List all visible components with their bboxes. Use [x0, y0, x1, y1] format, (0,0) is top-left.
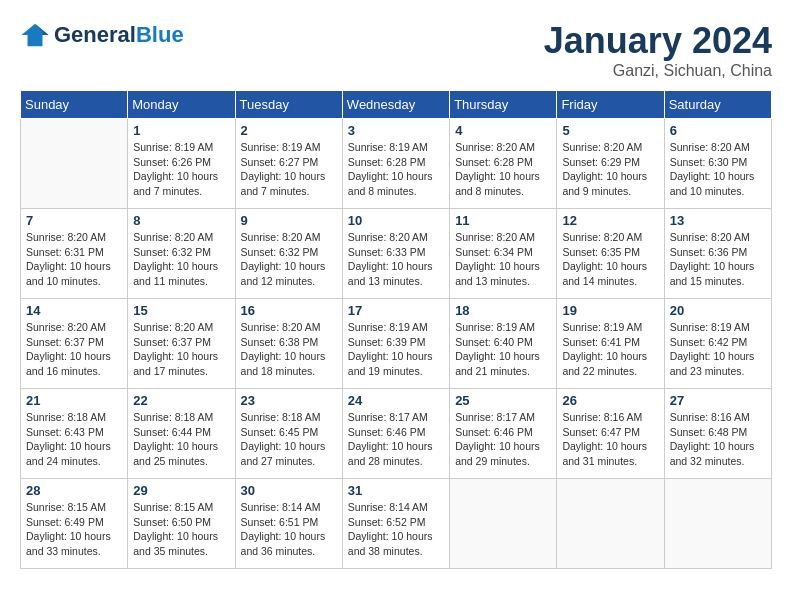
day-number: 30 [241, 483, 337, 498]
day-info: Sunrise: 8:20 AM Sunset: 6:30 PM Dayligh… [670, 140, 766, 199]
day-number: 12 [562, 213, 658, 228]
sunrise-text: Sunrise: 8:18 AM [241, 411, 321, 423]
day-number: 4 [455, 123, 551, 138]
logo-text: GeneralBlue [54, 22, 184, 48]
day-number: 24 [348, 393, 444, 408]
sunrise-text: Sunrise: 8:19 AM [241, 141, 321, 153]
day-info: Sunrise: 8:14 AM Sunset: 6:51 PM Dayligh… [241, 500, 337, 559]
table-row: 31 Sunrise: 8:14 AM Sunset: 6:52 PM Dayl… [342, 479, 449, 569]
sunrise-text: Sunrise: 8:20 AM [26, 231, 106, 243]
daylight-text: Daylight: 10 hours and 24 minutes. [26, 440, 111, 467]
day-number: 23 [241, 393, 337, 408]
sunrise-text: Sunrise: 8:20 AM [348, 231, 428, 243]
sunrise-text: Sunrise: 8:20 AM [26, 321, 106, 333]
table-row: 27 Sunrise: 8:16 AM Sunset: 6:48 PM Dayl… [664, 389, 771, 479]
table-row: 30 Sunrise: 8:14 AM Sunset: 6:51 PM Dayl… [235, 479, 342, 569]
day-info: Sunrise: 8:19 AM Sunset: 6:27 PM Dayligh… [241, 140, 337, 199]
sunset-text: Sunset: 6:30 PM [670, 156, 748, 168]
sunset-text: Sunset: 6:26 PM [133, 156, 211, 168]
table-row [557, 479, 664, 569]
sunrise-text: Sunrise: 8:17 AM [348, 411, 428, 423]
day-number: 29 [133, 483, 229, 498]
table-row: 4 Sunrise: 8:20 AM Sunset: 6:28 PM Dayli… [450, 119, 557, 209]
day-number: 6 [670, 123, 766, 138]
day-info: Sunrise: 8:20 AM Sunset: 6:38 PM Dayligh… [241, 320, 337, 379]
sunrise-text: Sunrise: 8:16 AM [670, 411, 750, 423]
day-info: Sunrise: 8:20 AM Sunset: 6:35 PM Dayligh… [562, 230, 658, 289]
sunset-text: Sunset: 6:28 PM [348, 156, 426, 168]
daylight-text: Daylight: 10 hours and 10 minutes. [670, 170, 755, 197]
sunset-text: Sunset: 6:45 PM [241, 426, 319, 438]
day-info: Sunrise: 8:19 AM Sunset: 6:39 PM Dayligh… [348, 320, 444, 379]
table-row: 12 Sunrise: 8:20 AM Sunset: 6:35 PM Dayl… [557, 209, 664, 299]
sunrise-text: Sunrise: 8:20 AM [455, 141, 535, 153]
sunrise-text: Sunrise: 8:14 AM [348, 501, 428, 513]
day-number: 26 [562, 393, 658, 408]
table-row: 19 Sunrise: 8:19 AM Sunset: 6:41 PM Dayl… [557, 299, 664, 389]
table-row: 14 Sunrise: 8:20 AM Sunset: 6:37 PM Dayl… [21, 299, 128, 389]
day-info: Sunrise: 8:15 AM Sunset: 6:50 PM Dayligh… [133, 500, 229, 559]
day-info: Sunrise: 8:20 AM Sunset: 6:33 PM Dayligh… [348, 230, 444, 289]
sunrise-text: Sunrise: 8:20 AM [241, 231, 321, 243]
day-info: Sunrise: 8:20 AM Sunset: 6:36 PM Dayligh… [670, 230, 766, 289]
sunset-text: Sunset: 6:32 PM [133, 246, 211, 258]
day-info: Sunrise: 8:16 AM Sunset: 6:47 PM Dayligh… [562, 410, 658, 469]
day-info: Sunrise: 8:15 AM Sunset: 6:49 PM Dayligh… [26, 500, 122, 559]
day-number: 10 [348, 213, 444, 228]
month-title: January 2024 [544, 20, 772, 62]
sunset-text: Sunset: 6:46 PM [455, 426, 533, 438]
table-row: 9 Sunrise: 8:20 AM Sunset: 6:32 PM Dayli… [235, 209, 342, 299]
day-number: 18 [455, 303, 551, 318]
sunset-text: Sunset: 6:42 PM [670, 336, 748, 348]
sunset-text: Sunset: 6:27 PM [241, 156, 319, 168]
daylight-text: Daylight: 10 hours and 23 minutes. [670, 350, 755, 377]
table-row: 5 Sunrise: 8:20 AM Sunset: 6:29 PM Dayli… [557, 119, 664, 209]
sunrise-text: Sunrise: 8:18 AM [133, 411, 213, 423]
daylight-text: Daylight: 10 hours and 32 minutes. [670, 440, 755, 467]
daylight-text: Daylight: 10 hours and 31 minutes. [562, 440, 647, 467]
day-number: 14 [26, 303, 122, 318]
daylight-text: Daylight: 10 hours and 33 minutes. [26, 530, 111, 557]
table-row: 23 Sunrise: 8:18 AM Sunset: 6:45 PM Dayl… [235, 389, 342, 479]
table-row: 15 Sunrise: 8:20 AM Sunset: 6:37 PM Dayl… [128, 299, 235, 389]
col-tuesday: Tuesday [235, 91, 342, 119]
table-row: 1 Sunrise: 8:19 AM Sunset: 6:26 PM Dayli… [128, 119, 235, 209]
table-row: 3 Sunrise: 8:19 AM Sunset: 6:28 PM Dayli… [342, 119, 449, 209]
col-thursday: Thursday [450, 91, 557, 119]
table-row: 29 Sunrise: 8:15 AM Sunset: 6:50 PM Dayl… [128, 479, 235, 569]
daylight-text: Daylight: 10 hours and 14 minutes. [562, 260, 647, 287]
table-row: 18 Sunrise: 8:19 AM Sunset: 6:40 PM Dayl… [450, 299, 557, 389]
daylight-text: Daylight: 10 hours and 35 minutes. [133, 530, 218, 557]
sunset-text: Sunset: 6:37 PM [26, 336, 104, 348]
table-row: 6 Sunrise: 8:20 AM Sunset: 6:30 PM Dayli… [664, 119, 771, 209]
calendar-table: Sunday Monday Tuesday Wednesday Thursday… [20, 90, 772, 569]
daylight-text: Daylight: 10 hours and 38 minutes. [348, 530, 433, 557]
day-number: 31 [348, 483, 444, 498]
day-info: Sunrise: 8:19 AM Sunset: 6:42 PM Dayligh… [670, 320, 766, 379]
sunset-text: Sunset: 6:37 PM [133, 336, 211, 348]
sunrise-text: Sunrise: 8:17 AM [455, 411, 535, 423]
day-info: Sunrise: 8:17 AM Sunset: 6:46 PM Dayligh… [348, 410, 444, 469]
col-wednesday: Wednesday [342, 91, 449, 119]
daylight-text: Daylight: 10 hours and 10 minutes. [26, 260, 111, 287]
daylight-text: Daylight: 10 hours and 28 minutes. [348, 440, 433, 467]
daylight-text: Daylight: 10 hours and 7 minutes. [241, 170, 326, 197]
sunset-text: Sunset: 6:52 PM [348, 516, 426, 528]
table-row [450, 479, 557, 569]
table-row: 24 Sunrise: 8:17 AM Sunset: 6:46 PM Dayl… [342, 389, 449, 479]
sunrise-text: Sunrise: 8:15 AM [133, 501, 213, 513]
sunset-text: Sunset: 6:40 PM [455, 336, 533, 348]
day-number: 28 [26, 483, 122, 498]
sunset-text: Sunset: 6:44 PM [133, 426, 211, 438]
day-number: 21 [26, 393, 122, 408]
sunrise-text: Sunrise: 8:14 AM [241, 501, 321, 513]
day-number: 13 [670, 213, 766, 228]
day-info: Sunrise: 8:16 AM Sunset: 6:48 PM Dayligh… [670, 410, 766, 469]
daylight-text: Daylight: 10 hours and 25 minutes. [133, 440, 218, 467]
table-row: 25 Sunrise: 8:17 AM Sunset: 6:46 PM Dayl… [450, 389, 557, 479]
sunset-text: Sunset: 6:35 PM [562, 246, 640, 258]
logo-icon [20, 20, 50, 50]
sunset-text: Sunset: 6:28 PM [455, 156, 533, 168]
daylight-text: Daylight: 10 hours and 16 minutes. [26, 350, 111, 377]
table-row [664, 479, 771, 569]
